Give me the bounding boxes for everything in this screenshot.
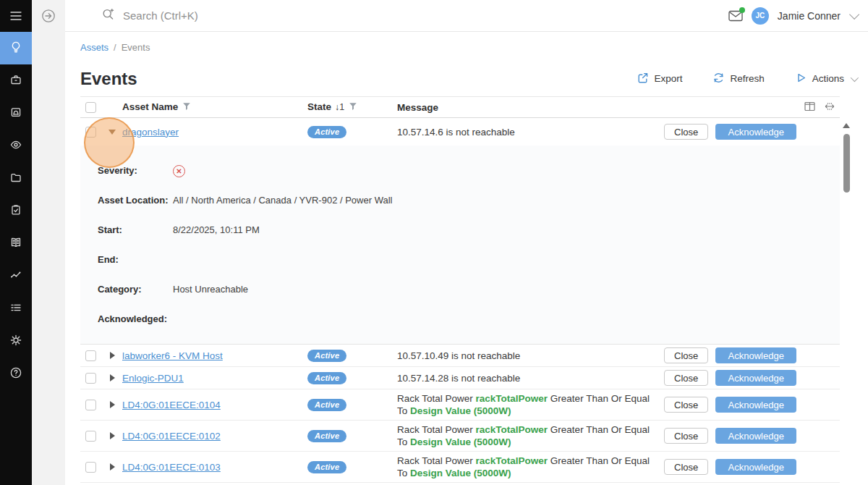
asset-link[interactable]: LD4:0G:01EECE:0102 [122,431,221,442]
sidebar-item-monitoring[interactable] [0,130,32,162]
acknowledge-button[interactable]: Acknowledge [715,397,796,413]
detail-label: Acknowledged: [98,313,173,324]
filter-icon[interactable] [182,102,191,113]
detail-value: ✕ [173,165,185,177]
detail-label: Category: [98,284,173,295]
close-button[interactable]: Close [664,124,708,140]
topbar-right: JC Jamie Conner [728,7,856,25]
detail-row: Acknowledged: [98,313,840,326]
sidebar-item-insights[interactable] [0,32,32,64]
row-checkbox[interactable] [85,431,96,442]
expand-caret-icon[interactable] [110,463,115,471]
export-label: Export [654,73,682,84]
main-area: JC Jamie Conner Assets/Events Events Exp… [65,0,868,485]
table-settings [804,101,840,114]
asset-link[interactable]: dragonslayer [122,127,179,138]
acknowledge-button[interactable]: Acknowledge [715,370,796,386]
content: Assets/Events Events Export R [65,32,868,485]
close-button[interactable]: Close [664,347,708,363]
chevron-down-icon[interactable] [849,9,859,19]
scrollbar-thumb[interactable] [843,134,850,193]
row-checkbox[interactable] [85,127,96,138]
menu-icon[interactable] [0,0,32,32]
breadcrumb: Assets/Events [80,42,868,53]
search-bar[interactable] [101,7,728,24]
close-button[interactable]: Close [664,397,708,413]
sidebar-item-help[interactable] [0,358,32,390]
select-all-checkbox[interactable] [85,102,96,113]
detail-row: End: [98,254,840,266]
state-badge: Active [307,461,346,473]
column-chooser-icon[interactable] [804,101,816,114]
asset-link[interactable]: LD4:0G:01EECE:0104 [122,400,221,410]
search-input[interactable] [122,9,339,22]
detail-label: Start: [98,224,173,235]
detail-row: Category: Host Unreachable [98,284,840,296]
close-button[interactable]: Close [664,428,708,444]
column-width-icon[interactable] [823,101,836,114]
acknowledge-button[interactable]: Acknowledge [715,459,796,475]
expand-caret-icon[interactable] [109,130,116,135]
refresh-button[interactable]: Refresh [712,72,764,86]
breadcrumb-assets[interactable]: Assets [80,42,109,53]
events-table: Asset Name State↓1 Message [80,96,840,483]
filter-icon[interactable] [349,102,357,113]
sidebar-item-files[interactable] [0,162,32,195]
avatar[interactable]: JC [752,7,769,25]
sidebar [0,0,32,485]
search-icon [101,7,115,24]
row-checkbox[interactable] [85,462,96,473]
expand-caret-icon[interactable] [110,401,115,408]
acknowledge-button[interactable]: Acknowledge [715,347,796,363]
scroll-up-icon[interactable] [843,123,850,128]
message-cell: Rack Total Power rackTotalPower Greater … [393,423,653,448]
topbar: JC Jamie Conner [65,0,868,32]
asset-link[interactable]: labworker6 - KVM Host [122,350,223,361]
state-badge: Active [307,399,346,411]
actions-button[interactable]: Actions [795,72,856,86]
row-checkbox[interactable] [85,350,96,361]
mail-icon[interactable] [728,10,743,22]
acknowledge-button[interactable]: Acknowledge [715,124,796,140]
sidebar-item-library[interactable] [0,227,32,260]
message-cell: Rack Total Power rackTotalPower Greater … [393,392,653,417]
column-state[interactable]: State↓1 [303,101,393,113]
sidebar-item-analytics[interactable] [0,260,32,292]
state-badge: Active [307,372,346,384]
row-checkbox[interactable] [85,373,96,384]
detail-row: Severity: ✕ [98,165,840,177]
table-header: Asset Name State↓1 Message [80,96,840,118]
scrollbar[interactable] [842,123,851,485]
image-icon [9,105,23,122]
asset-link[interactable]: Enlogic-PDU1 [122,373,184,384]
sidebar-item-logs[interactable] [0,292,32,325]
state-badge: Active [307,350,346,362]
breadcrumb-events: Events [122,42,150,53]
column-message[interactable]: Message [393,101,653,114]
sidebar-item-gallery[interactable] [0,97,32,130]
export-button[interactable]: Export [637,72,682,86]
state-badge: Active [307,126,346,138]
trend-icon [9,268,23,285]
acknowledge-button[interactable]: Acknowledge [715,428,796,444]
close-button[interactable]: Close [664,370,708,386]
expand-caret-icon[interactable] [110,352,115,359]
user-name[interactable]: Jamie Conner [778,10,841,22]
clipboard-check-icon [9,203,23,220]
detail-value: All / North America / Canada / YVR-902 /… [173,195,392,206]
close-button[interactable]: Close [664,459,708,475]
arrow-right-circle-icon[interactable] [41,8,56,27]
sidebar-item-tasks[interactable] [0,195,32,227]
message-cell: Rack Total Power rackTotalPower Greater … [393,455,653,479]
table-row: LD4:0G:01EECE:0104 Active Rack Total Pow… [80,389,840,421]
sidebar-item-assets[interactable] [0,64,32,97]
sidebar-item-settings[interactable] [0,325,32,358]
column-asset-name[interactable]: Asset Name [122,101,303,113]
asset-link[interactable]: LD4:0G:01EECE:0103 [122,462,221,473]
expand-caret-icon[interactable] [110,432,115,439]
mail-notification-dot [739,7,745,13]
row-checkbox[interactable] [85,400,96,410]
detail-row: Asset Location: All / North America / Ca… [98,195,840,207]
expand-caret-icon[interactable] [110,374,115,381]
lightbulb-icon [9,40,23,57]
